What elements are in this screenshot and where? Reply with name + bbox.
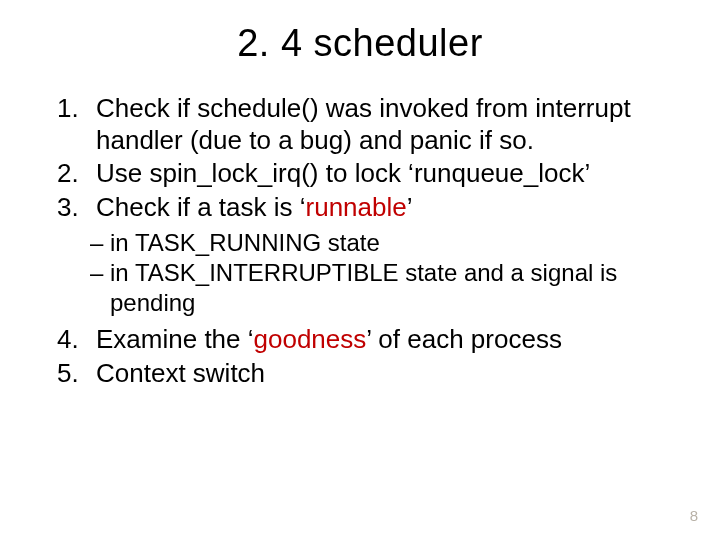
list-item-text: ’ of each process: [366, 324, 562, 354]
highlight-text: runnable: [306, 192, 407, 222]
sub-list-item: in TASK_RUNNING state: [90, 228, 682, 258]
main-list: Check if schedule() was invoked from int…: [86, 93, 682, 389]
list-item: Context switch: [86, 358, 682, 390]
list-item-text: Examine the ‘: [96, 324, 254, 354]
list-item: Check if schedule() was invoked from int…: [86, 93, 682, 156]
slide: 2. 4 scheduler Check if schedule() was i…: [0, 0, 720, 540]
list-item: Check if a task is ‘runnable’ in TASK_RU…: [86, 192, 682, 318]
list-item: Examine the ‘goodness’ of each process: [86, 324, 682, 356]
sub-list: in TASK_RUNNING state in TASK_INTERRUPTI…: [90, 228, 682, 318]
sub-list-item: in TASK_INTERRUPTIBLE state and a signal…: [90, 258, 682, 318]
slide-title: 2. 4 scheduler: [38, 22, 682, 65]
highlight-text: goodness: [254, 324, 367, 354]
list-item: Use spin_lock_irq() to lock ‘runqueue_lo…: [86, 158, 682, 190]
page-number: 8: [690, 507, 698, 524]
list-item-text: ’: [407, 192, 413, 222]
list-item-text: Check if a task is ‘: [96, 192, 306, 222]
